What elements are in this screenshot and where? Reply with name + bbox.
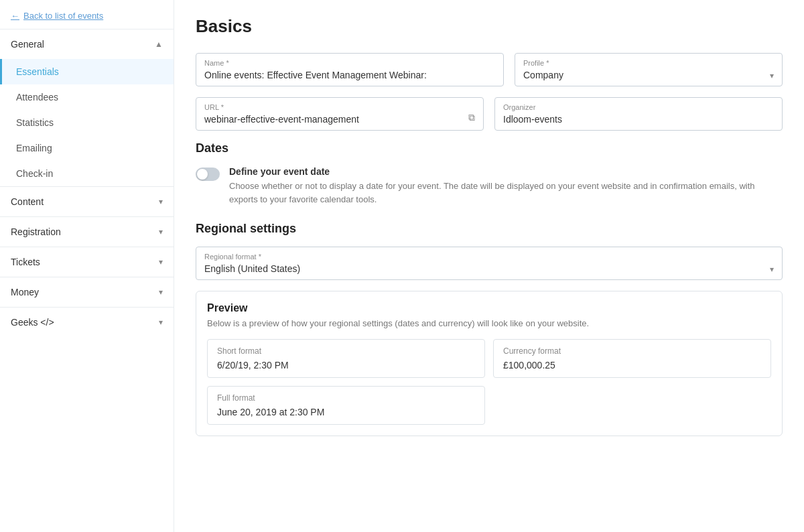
sidebar-item-emailing[interactable]: Emailing (0, 135, 174, 161)
name-profile-row: Name * Online events: Effective Event Ma… (196, 53, 783, 86)
define-date-text: Define your event date Choose whether or… (229, 166, 783, 206)
organizer-label: Organizer (503, 103, 774, 111)
regional-format-chevron-icon: ▾ (770, 265, 774, 274)
content-label: Content (11, 196, 44, 207)
toggle-desc: Choose whether or not to display a date … (229, 180, 783, 206)
organizer-value: Idloom-events (503, 114, 774, 125)
content-chevron-icon: ▾ (159, 197, 163, 206)
short-format-label: Short format (217, 346, 475, 356)
preview-box: Preview Below is a preview of how your r… (196, 291, 783, 436)
profile-dropdown-icon: ▾ (770, 71, 774, 80)
define-date-row: Define your event date Choose whether or… (196, 166, 783, 206)
preview-grid: Short format 6/20/19, 2:30 PM Currency f… (207, 339, 771, 425)
toggle-knob (197, 169, 208, 180)
sidebar-item-checkin[interactable]: Check-in (0, 161, 174, 186)
define-date-toggle[interactable] (196, 168, 220, 181)
sidebar: ← Back to list of events General ▲ Essen… (0, 0, 174, 532)
preview-title: Preview (207, 302, 771, 314)
url-label: URL * (204, 103, 475, 111)
main-content: Basics Name * Online events: Effective E… (174, 0, 804, 532)
registration-chevron-icon: ▾ (159, 227, 163, 237)
regional-section: Regional settings Regional format * Engl… (196, 222, 783, 436)
name-value: Online events: Effective Event Managemen… (204, 70, 495, 80)
tickets-label: Tickets (11, 257, 40, 267)
content-section: Content ▾ (0, 186, 174, 216)
general-chevron-icon: ▲ (155, 40, 163, 49)
registration-section: Registration ▾ (0, 216, 174, 247)
name-label: Name * (204, 59, 495, 67)
sidebar-item-statistics[interactable]: Statistics (0, 110, 174, 135)
short-format-item: Short format 6/20/19, 2:30 PM (207, 339, 485, 378)
money-section: Money ▾ (0, 277, 174, 307)
content-section-header[interactable]: Content ▾ (0, 187, 174, 216)
tickets-section: Tickets ▾ (0, 247, 174, 277)
name-field[interactable]: Name * Online events: Effective Event Ma… (196, 53, 504, 86)
url-field[interactable]: URL * webinar-effective-event-management… (196, 97, 484, 131)
money-section-header[interactable]: Money ▾ (0, 277, 174, 307)
dates-title: Dates (196, 141, 783, 155)
regional-format-dropdown[interactable]: Regional format * English (United States… (196, 247, 783, 280)
sidebar-item-attendees[interactable]: Attendees (0, 84, 174, 110)
geeks-chevron-icon: ▾ (159, 318, 163, 327)
geeks-section-header[interactable]: Geeks </> ▾ (0, 308, 174, 337)
url-value: webinar-effective-event-management (204, 114, 475, 125)
organizer-field[interactable]: Organizer Idloom-events (494, 97, 783, 131)
tickets-section-header[interactable]: Tickets ▾ (0, 247, 174, 277)
back-link-text: Back to list of events (23, 11, 103, 21)
profile-field[interactable]: Profile * Company ▾ (515, 53, 783, 86)
currency-format-label: Currency format (503, 346, 761, 356)
full-format-value: June 20, 2019 at 2:30 PM (217, 407, 475, 417)
profile-label: Profile * (523, 59, 563, 67)
external-link-icon: ⧉ (468, 112, 475, 123)
regional-title: Regional settings (196, 222, 783, 236)
registration-section-header[interactable]: Registration ▾ (0, 217, 174, 247)
registration-label: Registration (11, 226, 61, 237)
regional-format-value: English (United States) (204, 263, 300, 274)
tickets-chevron-icon: ▾ (159, 257, 163, 267)
back-link[interactable]: ← Back to list of events (0, 0, 174, 29)
profile-value: Company (523, 70, 563, 80)
url-organizer-row: URL * webinar-effective-event-management… (196, 97, 783, 131)
general-label: General (11, 39, 44, 50)
sidebar-item-essentials[interactable]: Essentials (0, 59, 174, 84)
short-format-value: 6/20/19, 2:30 PM (217, 360, 475, 371)
full-format-item: Full format June 20, 2019 at 2:30 PM (207, 386, 485, 425)
page-title: Basics (196, 16, 783, 37)
money-label: Money (11, 287, 39, 297)
dates-section: Dates Define your event date Choose whet… (196, 141, 783, 206)
general-section-header[interactable]: General ▲ (0, 29, 174, 59)
regional-format-label: Regional format * (204, 253, 300, 261)
currency-format-item: Currency format £100,000.25 (493, 339, 771, 378)
back-arrow-icon: ← (11, 11, 19, 21)
preview-desc: Below is a preview of how your regional … (207, 318, 771, 328)
general-section: General ▲ Essentials Attendees Statistic… (0, 29, 174, 186)
geeks-section: Geeks </> ▾ (0, 307, 174, 337)
money-chevron-icon: ▾ (159, 287, 163, 297)
toggle-title: Define your event date (229, 166, 783, 177)
geeks-label: Geeks </> (11, 317, 54, 328)
full-format-label: Full format (217, 393, 475, 403)
currency-format-value: £100,000.25 (503, 360, 761, 371)
